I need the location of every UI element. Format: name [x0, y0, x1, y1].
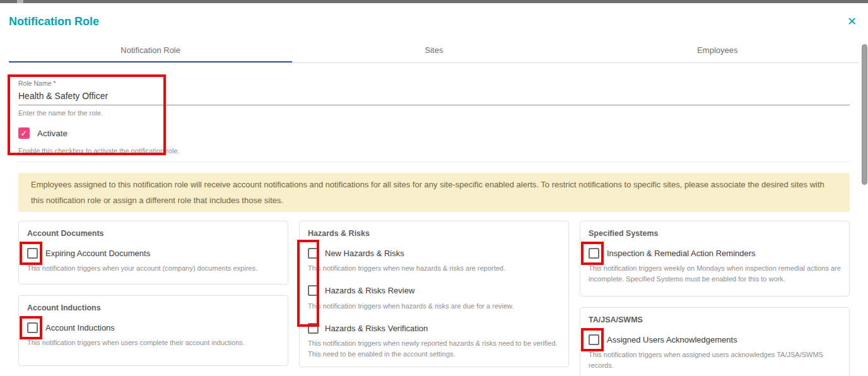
- scrollbar-thumb[interactable]: [862, 44, 867, 185]
- checkbox-row: New Hazards & Risks: [308, 247, 560, 259]
- checkbox-hint: This notification triggers when users co…: [27, 338, 279, 348]
- card-hazards-risks: Hazards & Risks New Hazards & Risks This…: [299, 221, 569, 367]
- close-icon[interactable]: ✕: [845, 15, 859, 28]
- role-form-section: Role Name * Enter the name for the role.…: [9, 63, 859, 155]
- tab-sites[interactable]: Sites: [292, 42, 575, 62]
- checkmark-icon: ✓: [21, 129, 28, 138]
- hazards-risks-verification-checkbox[interactable]: [308, 323, 319, 334]
- checkbox-hint: This notification triggers when new haza…: [308, 263, 560, 274]
- role-name-label: Role Name *: [18, 79, 850, 87]
- tab-employees[interactable]: Employees: [576, 42, 859, 62]
- checkbox-label: Hazards & Risks Review: [325, 286, 414, 295]
- role-name-input[interactable]: [18, 88, 850, 105]
- browser-tab-notch: [17, 0, 23, 3]
- role-name-hint: Enter the name for the role.: [18, 109, 850, 117]
- new-hazards-risks-checkbox[interactable]: [308, 248, 319, 259]
- page-title: Notification Role: [9, 15, 99, 28]
- notification-role-dialog: Notification Role ✕ Notification Role Si…: [0, 15, 868, 376]
- cards-column-3: Specified Systems Inspection & Remedial …: [580, 221, 850, 376]
- checkbox-hint: This notification triggers when newly re…: [308, 338, 560, 359]
- info-banner: Employees assigned to this notification …: [18, 173, 850, 212]
- checkbox-row: Assigned Users Acknowledgements: [589, 333, 841, 346]
- card-title: Hazards & Risks: [308, 229, 560, 238]
- checkbox-label: Assigned Users Acknowledgements: [607, 335, 737, 344]
- card-title: Specified Systems: [589, 229, 841, 238]
- card-title: Account Inductions: [27, 303, 279, 312]
- assigned-users-acknowledgements-checkbox[interactable]: [589, 334, 599, 345]
- checkbox-row: Hazards & Risks Verification: [308, 322, 560, 334]
- dialog-header: Notification Role ✕: [9, 15, 859, 28]
- checkbox-hint: This notification triggers weekly on Mon…: [589, 263, 841, 284]
- activate-hint: Enable this checkbox to activate the not…: [18, 147, 850, 155]
- card-specified-systems: Specified Systems Inspection & Remedial …: [580, 221, 850, 297]
- activate-checkbox[interactable]: ✓: [18, 127, 30, 139]
- browser-chrome-strip: [0, 0, 868, 3]
- activate-label: Activate: [37, 129, 67, 138]
- account-inductions-checkbox[interactable]: [27, 322, 38, 333]
- checkbox-label: Expiring Account Documents: [45, 249, 150, 258]
- card-title: TA/JSA/SWMS: [589, 315, 841, 324]
- checkbox-label: New Hazards & Risks: [325, 249, 404, 258]
- checkbox-label: Account Inductions: [45, 323, 115, 332]
- checkbox-row: Expiring Account Documents: [27, 247, 279, 259]
- hazards-risks-review-checkbox[interactable]: [308, 285, 319, 296]
- annotation-box-checkbox: [20, 242, 42, 265]
- checkbox-label: Hazards & Risks Verification: [325, 324, 428, 333]
- card-ta-jsa-swms: TA/JSA/SWMS Assigned Users Acknowledgeme…: [580, 307, 850, 376]
- card-account-inductions: Account Inductions Account Inductions Th…: [18, 295, 288, 366]
- inspection-remedial-reminders-checkbox[interactable]: [589, 248, 599, 259]
- checkbox-hint: This notification triggers when your acc…: [27, 263, 279, 274]
- expiring-account-documents-checkbox[interactable]: [27, 248, 38, 259]
- annotation-box-checkbox: [581, 328, 604, 351]
- checkbox-hint: This notification triggers when assigned…: [589, 350, 841, 370]
- cards-column-1: Account Documents Expiring Account Docum…: [18, 221, 288, 366]
- checkbox-row: Hazards & Risks Review: [308, 285, 560, 297]
- checkbox-row: Inspection & Remedial Action Reminders: [589, 247, 841, 259]
- notification-cards-grid: Account Documents Expiring Account Docum…: [18, 221, 850, 376]
- checkbox-hint: This notification triggers when hazards …: [308, 301, 560, 312]
- cards-column-2: Hazards & Risks New Hazards & Risks This…: [299, 221, 569, 367]
- section-divider: [18, 162, 850, 162]
- card-title: Account Documents: [27, 229, 279, 238]
- card-account-documents: Account Documents Expiring Account Docum…: [18, 221, 288, 285]
- activate-row: ✓ Activate: [18, 127, 850, 139]
- tab-bar: Notification Role Sites Employees: [9, 42, 859, 63]
- checkbox-label: Inspection & Remedial Action Reminders: [607, 249, 756, 258]
- annotation-box-checkbox: [20, 316, 42, 339]
- checkbox-row: Account Inductions: [27, 321, 279, 334]
- tab-notification-role[interactable]: Notification Role: [9, 42, 292, 62]
- annotation-box-checkbox: [581, 242, 604, 265]
